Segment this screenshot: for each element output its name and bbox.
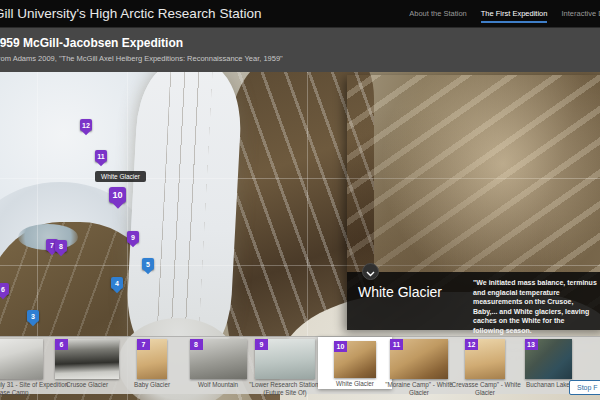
map-pin-10[interactable]: 10 bbox=[109, 187, 126, 203]
filmstrip: 5Looking from July 31 - Site of Expediti… bbox=[0, 336, 600, 394]
pin-tooltip: White Glacier bbox=[95, 171, 146, 182]
photo-quote-text: "We initiated mass balance, terminus and… bbox=[473, 279, 597, 334]
map-pin-4[interactable]: 4 bbox=[111, 277, 123, 289]
map-pin-5[interactable]: 5 bbox=[142, 258, 154, 270]
item-caption: Buchanan Lake bbox=[526, 381, 570, 389]
app-window: McGill University's High Arctic Research… bbox=[0, 0, 600, 400]
item-number-badge: 11 bbox=[390, 339, 403, 350]
app-header: McGill University's High Arctic Research… bbox=[0, 0, 600, 27]
item-caption: "Lower Research Station" (Future Site Of… bbox=[246, 381, 324, 396]
item-number-badge: 10 bbox=[334, 341, 347, 352]
thumbnail-photo: 9 bbox=[255, 339, 315, 379]
thumbnail-photo: 11 bbox=[390, 339, 448, 379]
map-pin-3[interactable]: 3 bbox=[27, 310, 39, 322]
map-pin-8[interactable]: 8 bbox=[55, 240, 67, 252]
item-number-badge: 6 bbox=[55, 339, 68, 350]
item-caption: Wolf Mountain bbox=[198, 381, 238, 389]
filmstrip-item[interactable]: 9"Lower Research Station" (Future Site O… bbox=[246, 339, 324, 396]
thumbnail-photo: 7 bbox=[137, 339, 167, 379]
expedition-title: 1959 McGill-Jacobsen Expedition bbox=[0, 36, 600, 50]
nav-item[interactable]: The First Expedition bbox=[481, 5, 548, 23]
thumbnail-photo: 5 bbox=[0, 339, 43, 379]
tour-photo-panel: White Glacier "We initiated mass balance… bbox=[347, 75, 600, 330]
item-number-badge: 9 bbox=[255, 339, 268, 350]
item-number-badge: 7 bbox=[137, 339, 150, 350]
item-caption: White Glacier bbox=[336, 380, 374, 388]
thumbnail-photo: 6 bbox=[55, 339, 119, 379]
thumbnail-photo: 10 bbox=[334, 341, 376, 378]
thumbnail-photo: 13 bbox=[525, 339, 572, 379]
item-number-badge: 12 bbox=[465, 339, 478, 350]
header-nav: About the StationThe First ExpeditionInt… bbox=[409, 5, 600, 23]
map-pin-9[interactable]: 9 bbox=[127, 231, 139, 243]
photo-title: White Glacier bbox=[358, 284, 442, 300]
stop-button[interactable]: Stop F bbox=[569, 380, 600, 395]
site-title: McGill University's High Arctic Research… bbox=[0, 6, 261, 21]
chevron-down-icon bbox=[366, 263, 375, 281]
item-caption: Crusoe Glacier bbox=[66, 381, 108, 389]
thumbnail-photo: 12 bbox=[465, 339, 505, 379]
item-caption: Baby Glacier bbox=[134, 381, 170, 389]
item-number-badge: 13 bbox=[525, 339, 538, 350]
nav-item[interactable]: Interactive Data bbox=[561, 5, 600, 23]
item-number-badge: 8 bbox=[190, 339, 203, 350]
expedition-subtitle: from Adams 2009, "The McGill Axel Heiber… bbox=[0, 54, 600, 63]
map-pin-12[interactable]: 12 bbox=[80, 119, 92, 131]
collapse-caption-button[interactable] bbox=[362, 263, 379, 280]
map-pin-6[interactable]: 6 bbox=[0, 283, 9, 295]
map-pin-11[interactable]: 11 bbox=[95, 150, 107, 162]
section-header: 1959 McGill-Jacobsen Expedition from Ada… bbox=[0, 27, 600, 72]
thumbnail-photo: 8 bbox=[190, 339, 247, 379]
tour-caption-bar: White Glacier "We initiated mass balance… bbox=[347, 272, 600, 330]
nav-item[interactable]: About the Station bbox=[409, 5, 467, 23]
